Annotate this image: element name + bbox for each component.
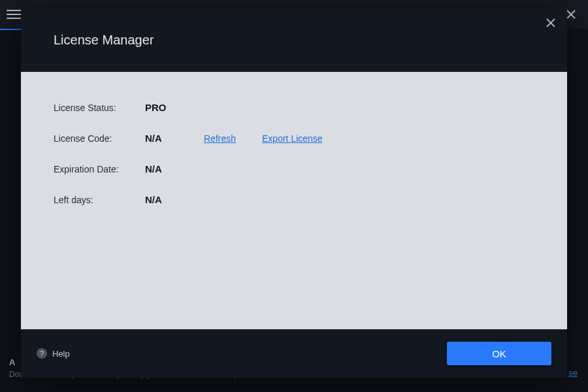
dialog-footer: ? Help OK [21, 329, 567, 378]
label-license-code: License Code: [54, 133, 145, 144]
ok-button[interactable]: OK [447, 342, 551, 365]
dialog-title: License Manager [54, 33, 154, 48]
license-manager-dialog: License Manager License Status: PRO Lice… [21, 8, 567, 378]
help-icon: ? [37, 348, 47, 359]
dialog-body: License Status: PRO License Code: N/A Re… [21, 72, 567, 329]
label-left-days: Left days: [54, 195, 145, 205]
help-button[interactable]: ? Help [37, 348, 70, 359]
help-label: Help [52, 349, 70, 359]
label-expiration-date: Expiration Date: [54, 164, 145, 174]
close-icon[interactable] [546, 17, 555, 31]
export-license-link[interactable]: Export License [262, 133, 323, 144]
row-expiration-date: Expiration Date: N/A [54, 163, 534, 174]
value-license-code: N/A [145, 133, 197, 144]
dialog-header: License Manager [21, 8, 567, 72]
row-license-status: License Status: PRO [54, 102, 534, 113]
row-license-code: License Code: N/A Refresh Export License [54, 133, 534, 144]
value-left-days: N/A [145, 194, 197, 205]
row-left-days: Left days: N/A [54, 194, 534, 205]
menu-icon[interactable] [7, 7, 22, 22]
refresh-link[interactable]: Refresh [204, 133, 236, 144]
value-expiration-date: N/A [145, 163, 197, 174]
footer-right-link[interactable]: se [568, 368, 578, 378]
value-license-status: PRO [145, 102, 197, 113]
label-license-status: License Status: [54, 103, 145, 113]
